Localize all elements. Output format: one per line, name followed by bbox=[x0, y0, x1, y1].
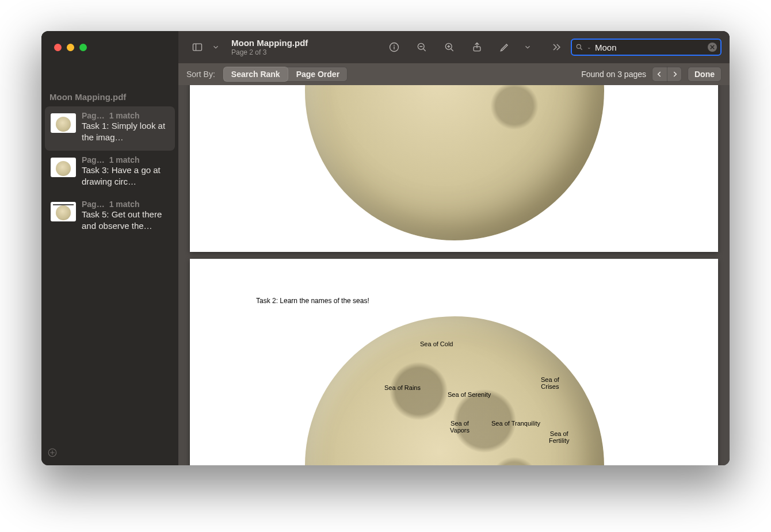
result-page-label: Pag… bbox=[82, 111, 105, 120]
zoom-window-button[interactable] bbox=[79, 44, 87, 51]
chevron-double-right-icon bbox=[551, 41, 562, 53]
toolbar-overflow-button[interactable] bbox=[548, 39, 565, 56]
svg-rect-4 bbox=[394, 47, 394, 49]
minimize-window-button[interactable] bbox=[67, 44, 74, 51]
sidebar-menu-button[interactable] bbox=[212, 39, 220, 56]
document-title-block: Moon Mapping.pdf Page 2 of 3 bbox=[231, 38, 308, 56]
result-match-count: 1 match bbox=[109, 111, 140, 120]
result-page-label: Pag… bbox=[82, 200, 105, 209]
moon-image bbox=[305, 85, 604, 240]
result-match-count: 1 match bbox=[109, 155, 140, 164]
add-page-button[interactable] bbox=[47, 447, 58, 461]
page-thumbnail bbox=[51, 202, 76, 221]
chevron-down-icon bbox=[212, 41, 220, 53]
traffic-lights bbox=[54, 44, 87, 51]
sea-label-cold: Sea of Cold bbox=[420, 340, 453, 347]
zoom-out-icon bbox=[416, 41, 428, 53]
find-previous-button[interactable] bbox=[652, 67, 667, 82]
svg-rect-0 bbox=[193, 44, 202, 51]
sort-page-order-button[interactable]: Page Order bbox=[288, 67, 348, 82]
document-title: Moon Mapping.pdf bbox=[231, 38, 308, 48]
sort-segmented-control: Search Rank Page Order bbox=[223, 67, 348, 82]
result-page-label: Pag… bbox=[82, 155, 105, 164]
document-viewport[interactable]: Task 2: Learn the names of the seas! Sea… bbox=[178, 31, 730, 465]
find-bar: Sort By: Search Rank Page Order Found on… bbox=[178, 63, 730, 85]
window-controls bbox=[54, 44, 178, 51]
info-icon bbox=[388, 41, 400, 53]
search-field[interactable]: ⌄ bbox=[571, 39, 722, 56]
result-snippet: Task 1: Simply look at the imag… bbox=[82, 120, 169, 143]
markup-button[interactable] bbox=[496, 39, 513, 56]
find-done-button[interactable]: Done bbox=[688, 67, 722, 82]
sort-search-rank-button[interactable]: Search Rank bbox=[223, 67, 288, 82]
x-icon bbox=[710, 45, 715, 49]
svg-point-3 bbox=[394, 45, 395, 46]
find-nav-control bbox=[652, 67, 682, 82]
zoom-in-icon bbox=[444, 41, 455, 53]
close-window-button[interactable] bbox=[54, 44, 62, 51]
page-thumbnail bbox=[51, 158, 76, 177]
app-window: Moon Mapping.pdf Page 2 of 3 bbox=[41, 31, 730, 465]
result-snippet: Task 5: Get out there and observe the… bbox=[82, 209, 169, 231]
pencil-icon bbox=[499, 41, 510, 53]
sidebar: Moon Mapping.pdf Pag… 1 match Task 1: Si… bbox=[41, 31, 178, 465]
find-next-button[interactable] bbox=[667, 67, 682, 82]
svg-line-6 bbox=[423, 49, 426, 51]
share-icon bbox=[471, 41, 483, 53]
found-on-pages-label: Found on 3 pages bbox=[581, 70, 646, 79]
search-menu-chevron-icon[interactable]: ⌄ bbox=[587, 44, 591, 50]
share-button[interactable] bbox=[468, 39, 486, 56]
sea-label-tranquility: Sea of Tranquility bbox=[491, 420, 540, 427]
svg-line-9 bbox=[451, 49, 453, 51]
page-thumbnail bbox=[51, 113, 76, 133]
sea-label-vapors: Sea of Vapors bbox=[450, 420, 470, 434]
toolbar-center-group bbox=[386, 39, 532, 56]
markup-menu-button[interactable] bbox=[524, 39, 532, 56]
inspector-button[interactable] bbox=[386, 39, 403, 56]
chevron-down-icon bbox=[524, 41, 532, 53]
result-snippet: Task 3: Have a go at drawing circ… bbox=[82, 164, 169, 187]
page-1 bbox=[190, 85, 718, 252]
search-input[interactable] bbox=[595, 43, 704, 52]
sidebar-document-title: Moon Mapping.pdf bbox=[41, 87, 178, 106]
clear-search-button[interactable] bbox=[708, 43, 717, 52]
sea-label-crises: Sea of Crises bbox=[541, 376, 559, 390]
sidebar-icon bbox=[192, 41, 203, 53]
task-2-heading: Task 2: Learn the names of the seas! bbox=[256, 297, 369, 305]
zoom-out-button[interactable] bbox=[413, 39, 430, 56]
sea-label-rains: Sea of Rains bbox=[384, 384, 421, 391]
search-result-item[interactable]: Pag… 1 match Task 1: Simply look at the … bbox=[45, 106, 175, 151]
toolbar: Moon Mapping.pdf Page 2 of 3 bbox=[178, 31, 730, 63]
sidebar-toggle-button[interactable] bbox=[189, 39, 206, 56]
zoom-in-button[interactable] bbox=[441, 39, 458, 56]
page-indicator: Page 2 of 3 bbox=[231, 48, 308, 56]
chevron-right-icon bbox=[671, 70, 679, 78]
search-result-item[interactable]: Pag… 1 match Task 5: Get out there and o… bbox=[45, 195, 175, 239]
svg-point-13 bbox=[577, 44, 581, 48]
chevron-left-icon bbox=[655, 70, 663, 78]
svg-line-14 bbox=[581, 48, 582, 50]
result-match-count: 1 match bbox=[109, 200, 140, 209]
sea-label-serenity: Sea of Serenity bbox=[448, 391, 491, 398]
sea-label-fertility: Sea of Fertility bbox=[549, 430, 569, 444]
titlebar: Moon Mapping.pdf Page 2 of 3 bbox=[41, 31, 730, 63]
sort-by-label: Sort By: bbox=[186, 70, 215, 79]
plus-circle-icon bbox=[47, 447, 58, 458]
page-2: Task 2: Learn the names of the seas! Sea… bbox=[190, 259, 718, 465]
search-result-item[interactable]: Pag… 1 match Task 3: Have a go at drawin… bbox=[45, 151, 175, 195]
search-icon bbox=[575, 43, 583, 51]
